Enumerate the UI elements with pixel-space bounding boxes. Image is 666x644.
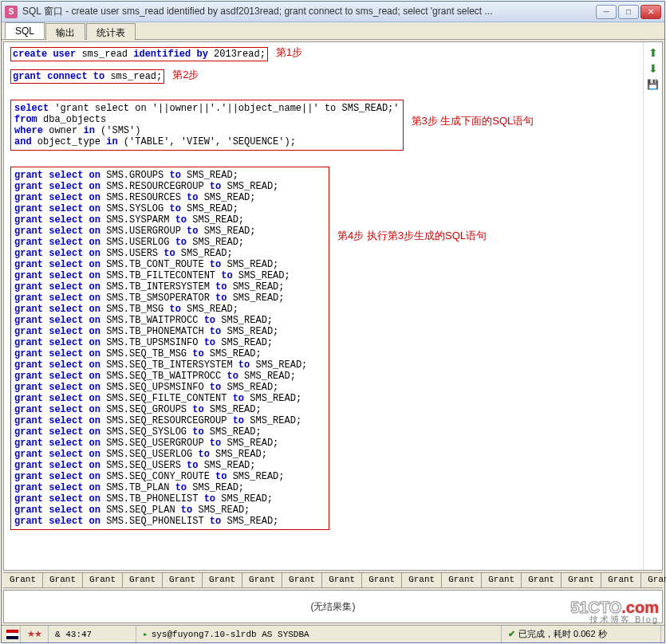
bottom-tab[interactable]: Grant: [203, 573, 242, 587]
sql-block-4: grant select on SMS.GROUPS to SMS_READ;g…: [10, 167, 329, 530]
bottom-tab[interactable]: Grant: [43, 573, 83, 587]
result-pane: (无结果集) 51CTO.com 技术博客 Blog: [3, 590, 663, 623]
annotation-step1: 第1步: [276, 47, 302, 58]
save-icon[interactable]: 💾: [647, 79, 660, 90]
bottom-tab[interactable]: Grant: [562, 573, 601, 587]
bottom-tab[interactable]: Grant: [83, 573, 123, 587]
annotation-step2: 第2步: [172, 69, 199, 80]
right-gutter: ⬆ ⬇ 💾: [643, 42, 662, 570]
bottom-tab[interactable]: Grant: [641, 573, 666, 587]
editor-area: create user sms_read identified by 2013r…: [3, 41, 663, 571]
titlebar[interactable]: S SQL 窗口 - create user sms_read identifi…: [2, 2, 664, 22]
bottom-tab[interactable]: Grant: [242, 573, 282, 587]
tab-stats[interactable]: 统计表: [86, 23, 136, 40]
bottom-tab[interactable]: Grant: [402, 573, 442, 587]
minimize-button[interactable]: ─: [596, 5, 617, 19]
maximize-button[interactable]: □: [618, 5, 639, 19]
bottom-tab-strip: Grant Grant Grant Grant Grant Grant Gran…: [3, 572, 663, 588]
result-text: (无结果集): [311, 600, 356, 614]
nav-down-icon[interactable]: ⬇: [647, 63, 660, 74]
nav-up-icon[interactable]: ⬆: [647, 47, 660, 58]
sql-editor[interactable]: create user sms_read identified by 2013r…: [4, 42, 643, 570]
app-window: S SQL 窗口 - create user sms_read identifi…: [1, 1, 665, 643]
status-position: & 43:47: [49, 626, 136, 642]
sql-block-1: create user sms_read identified by 2013r…: [10, 47, 268, 61]
bottom-tab[interactable]: Grant: [522, 573, 562, 587]
bottom-tab[interactable]: Grant: [3, 573, 43, 587]
bottom-tab[interactable]: Grant: [482, 573, 522, 587]
watermark: 51CTO.com 技术博客 Blog: [570, 599, 659, 624]
statusbar: ★★ & 43:47 ▸sys@fuyong7.10-slrdb AS SYSD…: [2, 625, 664, 642]
tab-output[interactable]: 输出: [45, 23, 85, 40]
app-icon: S: [5, 6, 18, 18]
status-stars: ★★: [21, 626, 49, 642]
bottom-tab[interactable]: Grant: [163, 573, 203, 587]
bottom-tab[interactable]: Grant: [362, 573, 402, 587]
window-title: SQL 窗口 - create user sms_read identified…: [22, 5, 596, 18]
status-connection: ▸sys@fuyong7.10-slrdb AS SYSDBA: [136, 626, 502, 642]
locale-flag-icon: [5, 626, 21, 642]
bottom-tab[interactable]: Grant: [282, 573, 322, 587]
tab-sql[interactable]: SQL: [5, 22, 45, 39]
bottom-tab[interactable]: Grant: [442, 573, 482, 587]
bottom-tab[interactable]: Grant: [322, 573, 362, 587]
top-tab-strip: SQL 输出 统计表: [2, 22, 664, 40]
sql-block-3: select 'grant select on '||owner||'.'||o…: [10, 100, 404, 151]
sql-block-2: grant connect to sms_read;: [10, 69, 164, 84]
status-done: ✔已完成，耗时 0.062 秒: [502, 626, 661, 642]
annotation-step3: 第3步 生成下面的SQL语句: [412, 116, 534, 127]
bottom-tab[interactable]: Grant: [123, 573, 163, 587]
annotation-step4: 第4步 执行第3步生成的SQL语句: [337, 230, 487, 242]
close-button[interactable]: ✕: [640, 5, 661, 19]
bottom-tab[interactable]: Grant: [601, 573, 641, 587]
window-buttons: ─ □ ✕: [596, 5, 661, 19]
